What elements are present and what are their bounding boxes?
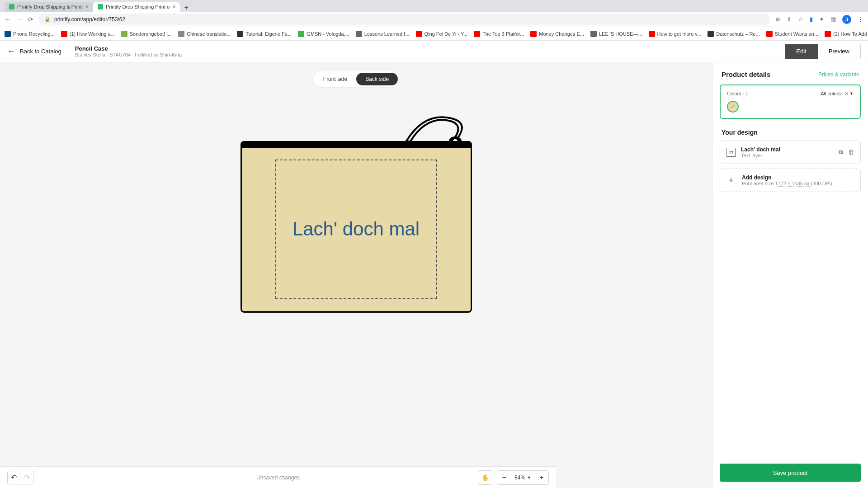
add-design-title: Add design [742,174,832,181]
addr-right-icons: ⊕ ⇪ ☆ ▮ ✦ ▦ J ⋮ [775,15,863,24]
translate-icon[interactable]: ⊕ [775,16,780,23]
star-icon[interactable]: ☆ [798,16,803,23]
design-text-layer[interactable]: Lach' doch mal [292,218,420,240]
product-subtitle: Stanley Stella · STAU764 · Fulfilled by … [75,52,182,57]
redo-button[interactable]: ↷ [20,471,33,484]
back-icon[interactable]: ← [5,16,11,23]
zoom-level-dropdown[interactable]: 84% ▼ [511,474,535,481]
colors-count-label: Colors · 1 [727,91,748,96]
sidebar-header: Product details Prices & variants [712,62,868,84]
tab-title: Printify Drop Shipping Print o [106,4,170,9]
tab-title: Printify Drop Shipping & Printi [17,4,83,9]
bookmark-icon [5,31,11,37]
bookmark-icon [530,31,537,37]
preview-tab[interactable]: Preview [818,44,861,59]
back-side-tab[interactable]: Back side [356,73,398,85]
print-area[interactable]: Lach' doch mal [275,160,437,299]
bottom-right-tools: ✋ − 84% ▼ + [478,470,549,485]
duplicate-icon[interactable]: ⧉ [839,149,843,156]
zoom-in-button[interactable]: + [535,474,548,482]
bottom-toolbar: ↶ ↷ Unsaved changes ✋ − 84% ▼ + [0,466,556,488]
address-bar: ← → ⟳ 🔒 printify.com/app/editor/753/62 ⊕… [0,12,868,27]
bookmark-item[interactable]: How to get more v... [649,31,702,37]
browser-tab[interactable]: Printify Drop Shipping & Printi × [5,2,93,12]
canvas-area[interactable]: Front side Back side Lach' doch mal ↶ ↷ [0,62,712,488]
layer-actions: ⧉ 🗑 [839,149,854,156]
close-icon[interactable]: × [172,4,175,10]
product-details-sidebar: Product details Prices & variants Colors… [712,62,868,488]
zoom-out-button[interactable]: − [497,474,511,482]
bookmark-item[interactable]: LEE 'S HOUSE—... [590,31,642,37]
product-title-block: Pencil Case Stanley Stella · STAU764 · F… [75,45,182,57]
url-text: printify.com/app/editor/753/62 [54,16,125,23]
bookmark-icon [474,31,480,37]
add-design-button[interactable]: + Add design Print area size 1772 × 1535… [720,169,861,192]
text-layer-item[interactable]: Tт Lach' doch mal Text layer ⧉ 🗑 [720,141,861,164]
hand-tool-button[interactable]: ✋ [478,470,492,485]
favicon-icon [98,4,103,9]
bookmark-item[interactable]: GMSN - Vologda,... [298,31,349,37]
browser-tab-active[interactable]: Printify Drop Shipping Print o × [93,2,180,12]
sidebar-title: Product details [722,70,770,78]
colors-card-header: Colors · 1 All colors · 3 ▼ [727,91,854,96]
bookmark-item[interactable]: Qing Fei De Yi - Y... [416,31,468,37]
url-input[interactable]: 🔒 printify.com/app/editor/753/62 [39,14,770,25]
bookmark-icon [825,31,831,37]
bookmark-icon [766,31,773,37]
bookmark-item[interactable]: Student Wants an... [766,31,818,37]
prices-variants-link[interactable]: Prices & variants [818,71,859,78]
bookmark-icon [590,31,597,37]
color-swatch-selected[interactable]: ✓ [727,101,739,113]
reload-icon[interactable]: ⟳ [28,16,33,23]
pencil-case-mockup: Lach' doch mal [241,141,472,313]
bookmark-item[interactable]: The Top 3 Platfor... [474,31,524,37]
add-design-subtitle: Print area size 1772 × 1535 px (300 DPI) [742,181,832,186]
bookmark-icon [178,31,184,37]
bookmark-item[interactable]: Phone Recycling... [5,31,55,37]
edit-tab[interactable]: Edit [785,44,817,59]
bookmark-item[interactable]: Lessons Learned f... [356,31,410,37]
bookmark-item[interactable]: Chinese translatio... [178,31,231,37]
back-arrow-icon[interactable]: ← [7,47,15,56]
profile-avatar[interactable]: J [842,15,851,24]
bookmark-icon [298,31,304,37]
share-icon[interactable]: ⇪ [787,16,792,23]
all-colors-dropdown[interactable]: All colors · 3 ▼ [821,91,854,96]
bookmark-item[interactable]: Tutorial: Eigene Fa... [237,31,292,37]
bookmark-icon [121,31,127,37]
save-status: Unsaved changes [256,474,300,481]
chevron-down-icon: ▼ [527,475,531,480]
menu-icon[interactable]: ⋮ [858,16,863,23]
bookmark-icon [61,31,67,37]
layer-name: Lach' doch mal [741,146,833,153]
front-side-tab[interactable]: Front side [314,73,356,85]
apps-icon[interactable]: ▦ [830,16,836,23]
layer-text-block: Lach' doch mal Text layer [741,146,833,158]
plus-icon: + [726,176,736,185]
chevron-down-icon: ▼ [849,91,854,96]
bookmark-item[interactable]: Datenschutz – Re... [708,31,760,37]
bookmark-item[interactable]: Money Changes E... [530,31,584,37]
facebook-icon[interactable]: ▮ [810,16,813,23]
forward-icon[interactable]: → [16,16,23,23]
product-preview[interactable]: Lach' doch mal [241,141,472,313]
favicon-icon [9,4,14,9]
bookmark-item[interactable]: (2) How To Add A... [825,31,868,37]
delete-icon[interactable]: 🗑 [848,149,854,156]
bookmark-item[interactable]: Sonderangebot! |... [121,31,172,37]
colors-card[interactable]: Colors · 1 All colors · 3 ▼ ✓ [720,84,861,119]
add-design-text: Add design Print area size 1772 × 1535 p… [742,174,832,186]
undo-redo-group: ↶ ↷ [7,471,33,484]
extensions-icon[interactable]: ✦ [819,16,824,23]
product-title: Pencil Case [75,45,182,52]
back-to-catalog-link[interactable]: Back to Catalog [20,48,61,55]
lock-icon: 🔒 [44,16,51,22]
layer-type: Text layer [741,153,833,158]
bookmark-icon [416,31,422,37]
bookmark-item[interactable]: (1) How Working a... [61,31,115,37]
browser-tab-strip: Printify Drop Shipping & Printi × Printi… [0,0,868,12]
new-tab-button[interactable]: + [180,4,193,12]
undo-button[interactable]: ↶ [8,471,20,484]
save-product-button[interactable]: Save product [720,464,861,482]
close-icon[interactable]: × [85,4,89,10]
